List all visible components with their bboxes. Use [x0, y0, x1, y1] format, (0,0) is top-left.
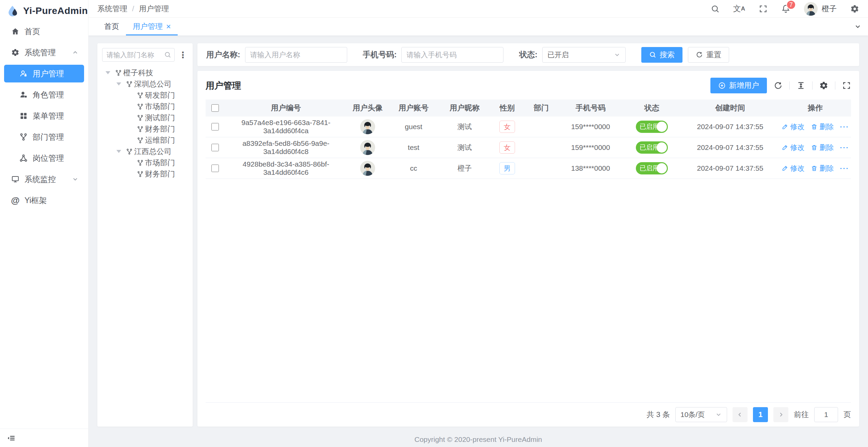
caret-down-icon[interactable]	[116, 82, 126, 86]
delete-button[interactable]: 删除	[811, 164, 834, 173]
created-cell: 2024-09-07 14:37:55	[681, 164, 779, 172]
tree-node[interactable]: 橙子科技	[102, 67, 188, 78]
username-filter-input[interactable]	[245, 47, 347, 63]
branch-icon	[137, 114, 144, 121]
select-all-checkbox[interactable]	[211, 104, 219, 112]
sidebar-item-menus[interactable]: 菜单管理	[4, 107, 84, 125]
menu-fold-icon[interactable]	[7, 434, 16, 443]
user-menu[interactable]: 橙子	[804, 2, 837, 16]
status-toggle[interactable]: 已启用	[636, 141, 668, 154]
nickname-cell: 测试	[439, 122, 490, 132]
user-table: 用户编号 用户头像 用户账号 用户昵称 性别 部门 手机号码 状态 创建时间 操…	[206, 99, 851, 403]
tree-node[interactable]: 运维部门	[102, 135, 188, 146]
refresh-icon	[696, 51, 703, 58]
sidebar-item-label: 系统监控	[25, 174, 56, 185]
column-header: 用户头像	[347, 103, 388, 113]
fullscreen-icon[interactable]	[842, 81, 851, 90]
sidebar-item-label: Yi框架	[25, 195, 47, 206]
column-settings-icon[interactable]	[819, 81, 828, 90]
avatar	[804, 2, 818, 16]
sidebar-item-users[interactable]: 用户管理	[4, 65, 84, 82]
row-checkbox[interactable]	[211, 144, 219, 151]
app-logo[interactable]: Yi-PureAdmin	[0, 0, 88, 22]
search-icon[interactable]	[711, 4, 720, 13]
avatar	[360, 161, 375, 176]
phone-filter-input[interactable]	[401, 47, 503, 63]
row-checkbox[interactable]	[211, 165, 219, 172]
tree-node[interactable]: 深圳总公司	[102, 78, 188, 90]
close-icon[interactable]: ×	[166, 22, 171, 31]
density-icon[interactable]	[797, 81, 805, 90]
more-actions-button[interactable]: ···	[840, 164, 849, 172]
phone-cell: 159****0000	[558, 143, 623, 152]
refresh-icon[interactable]	[774, 81, 783, 90]
settings-gear-icon[interactable]	[850, 4, 859, 13]
tab-label: 首页	[104, 21, 119, 32]
delete-button[interactable]: 删除	[811, 143, 834, 152]
tags-bar: 首页 用户管理 ×	[89, 18, 868, 35]
sidebar-item-label: 部门管理	[33, 132, 64, 142]
bell-icon[interactable]: 7	[781, 4, 790, 13]
more-actions-button[interactable]: ···	[840, 143, 849, 152]
caret-down-icon[interactable]	[116, 150, 126, 153]
next-page-button[interactable]	[773, 407, 788, 422]
branch-icon	[137, 159, 144, 166]
tree-node-label: 橙子科技	[123, 68, 153, 78]
sidebar-item-home[interactable]: 首页	[4, 22, 84, 40]
tree-node-label: 测试部门	[145, 113, 175, 123]
tree-node[interactable]: 测试部门	[102, 112, 188, 123]
tree-node[interactable]: 财务部门	[102, 123, 188, 135]
prev-page-button[interactable]	[733, 407, 748, 422]
right-column: 用户名称: 手机号码: 状态: 已开启 搜索	[197, 43, 859, 427]
logo-drop-icon	[7, 5, 19, 17]
status-toggle[interactable]: 已启用	[636, 162, 668, 174]
add-user-button[interactable]: 新增用户	[710, 78, 767, 93]
edit-button[interactable]: 修改	[782, 164, 805, 173]
translate-icon[interactable]: 文A	[733, 5, 745, 13]
breadcrumb: 系统管理 / 用户管理	[97, 4, 169, 14]
reset-button[interactable]: 重置	[688, 47, 729, 63]
column-header: 用户编号	[225, 103, 347, 113]
more-actions-button[interactable]: ···	[840, 123, 849, 131]
pagination-total: 共 3 条	[647, 410, 670, 420]
breadcrumb-separator: /	[132, 4, 134, 13]
status-select[interactable]: 已开启	[542, 47, 626, 63]
created-cell: 2024-09-07 14:37:55	[681, 143, 779, 152]
tabs-menu-chevron[interactable]	[848, 18, 868, 35]
sidebar-item-framework[interactable]: @ Yi框架	[4, 191, 84, 209]
department-tree-panel: ⋮ 橙子科技 深圳总公司 研发部门	[97, 43, 193, 427]
tree-node[interactable]: 市场部门	[102, 157, 188, 168]
tree-node[interactable]: 财务部门	[102, 168, 188, 180]
delete-button[interactable]: 删除	[811, 122, 834, 132]
fullscreen-icon[interactable]	[759, 4, 768, 13]
sidebar-item-roles[interactable]: 角色管理	[4, 86, 84, 104]
edit-button[interactable]: 修改	[782, 143, 805, 152]
sidebar-item-posts[interactable]: 岗位管理	[4, 149, 84, 167]
edit-button[interactable]: 修改	[782, 122, 805, 132]
sidebar-item-label: 角色管理	[33, 90, 64, 100]
tree-node[interactable]: 江西总公司	[102, 146, 188, 157]
filter-status-label: 状态:	[519, 49, 537, 60]
status-toggle[interactable]: 已启用	[636, 121, 668, 133]
more-vertical-icon[interactable]: ⋮	[178, 51, 188, 59]
page-size-select[interactable]: 10条/页	[675, 407, 727, 422]
search-button[interactable]: 搜索	[641, 47, 682, 63]
caret-down-icon[interactable]	[106, 71, 115, 74]
tab-users[interactable]: 用户管理 ×	[126, 18, 178, 35]
breadcrumb-item[interactable]: 系统管理	[97, 4, 127, 14]
sidebar-item-system[interactable]: 系统管理	[4, 44, 84, 61]
search-icon	[649, 51, 656, 58]
tab-home[interactable]: 首页	[97, 18, 126, 35]
sidebar-item-monitor[interactable]: 系统监控	[4, 170, 84, 188]
sidebar-item-departments[interactable]: 部门管理	[4, 128, 84, 146]
tree-node-label: 财务部门	[145, 124, 175, 134]
circle-plus-icon	[718, 82, 726, 89]
row-checkbox[interactable]	[211, 123, 219, 130]
goto-page-input[interactable]	[814, 407, 838, 422]
tree-node[interactable]: 市场部门	[102, 101, 188, 112]
chevron-down-icon	[715, 411, 722, 418]
tree-node[interactable]: 研发部门	[102, 90, 188, 101]
user-lock-icon	[19, 69, 28, 78]
page-number-button[interactable]: 1	[753, 407, 768, 422]
page-unit-label: 页	[843, 410, 851, 420]
